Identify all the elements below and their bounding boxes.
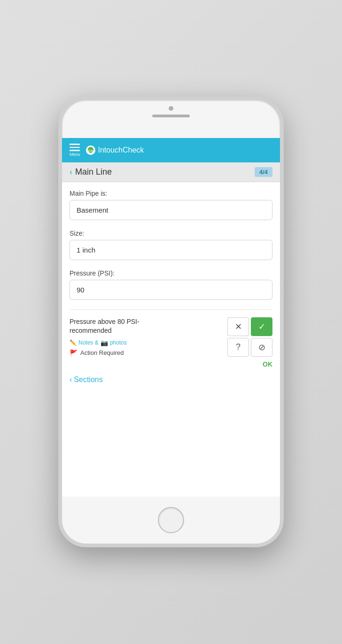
action-section: Pressure above 80 PSI- recommended ✏️ No… (70, 309, 272, 368)
size-input[interactable]: 1 inch (70, 240, 272, 260)
cancel-button[interactable]: ⊘ (251, 338, 272, 357)
sections-label: Sections (74, 376, 102, 384)
nav-bar: ‹ Main Line 4/4 (62, 162, 280, 182)
app-header: Menu Ch IntouchCheck (62, 138, 280, 162)
app-title: IntouchCheck (98, 146, 144, 154)
phone-bottom (62, 497, 280, 544)
action-description: Pressure above 80 PSI- recommended (70, 317, 222, 336)
home-button[interactable] (158, 507, 184, 533)
back-arrow-icon: ‹ (70, 167, 72, 177)
phone-top (62, 100, 280, 138)
pressure-field-group: Pressure (PSI): 90 (70, 269, 272, 300)
action-required-row: 🚩 Action Required (70, 349, 222, 357)
action-text-group: Pressure above 80 PSI- recommended ✏️ No… (70, 317, 222, 357)
action-row: Pressure above 80 PSI- recommended ✏️ No… (70, 317, 272, 368)
phone-outer: Menu Ch IntouchCheck ‹ Main Line (0, 0, 342, 644)
menu-label: Menu (70, 152, 80, 157)
speaker-dot (169, 106, 173, 111)
ok-status: OK (263, 360, 272, 368)
speaker-bar (152, 115, 190, 117)
notes-link[interactable]: Notes & (78, 339, 99, 346)
question-button[interactable]: ? (227, 338, 249, 357)
reject-button[interactable]: ✕ (227, 317, 249, 336)
back-button[interactable]: ‹ Main Line (70, 167, 112, 177)
btn-row-top: ✕ ✓ (227, 317, 272, 336)
photos-link[interactable]: photos (110, 339, 127, 346)
camera-icon: 📷 (101, 339, 108, 346)
edit-icon: ✏️ (70, 339, 77, 346)
accept-button[interactable]: ✓ (251, 317, 272, 336)
menu-button[interactable]: Menu (70, 144, 80, 157)
hamburger-icon (70, 144, 80, 151)
svg-text:Ch: Ch (88, 149, 93, 153)
nav-badge: 4/4 (255, 167, 272, 177)
pipe-input[interactable]: Basement (70, 200, 272, 220)
content-area: Main Pipe is: Basement Size: 1 inch Pres… (62, 182, 280, 497)
pipe-field-group: Main Pipe is: Basement (70, 190, 272, 220)
pressure-label: Pressure (PSI): (70, 269, 272, 277)
btn-row-bottom: ? ⊘ (227, 338, 272, 357)
size-label: Size: (70, 230, 272, 237)
action-desc-line1: Pressure above 80 PSI- (70, 318, 140, 325)
sections-arrow-icon: ‹ (70, 376, 72, 384)
logo-icon: Ch (86, 145, 95, 155)
action-buttons-area: ✕ ✓ ? ⊘ OK (227, 317, 272, 368)
phone-frame: Menu Ch IntouchCheck ‹ Main Line (58, 97, 284, 547)
nav-title: Main Line (75, 167, 112, 177)
size-field-group: Size: 1 inch (70, 230, 272, 260)
pipe-label: Main Pipe is: (70, 190, 272, 197)
action-required-label: Action Required (80, 349, 124, 356)
phone-screen: Menu Ch IntouchCheck ‹ Main Line (62, 138, 280, 497)
notes-photos-row: ✏️ Notes & 📷 photos (70, 339, 222, 346)
flag-icon: 🚩 (70, 349, 78, 357)
pressure-input[interactable]: 90 (70, 280, 272, 300)
logo-area: Ch IntouchCheck (86, 145, 144, 155)
action-desc-line2: recommended (70, 327, 112, 334)
sections-link[interactable]: ‹ Sections (70, 368, 272, 388)
